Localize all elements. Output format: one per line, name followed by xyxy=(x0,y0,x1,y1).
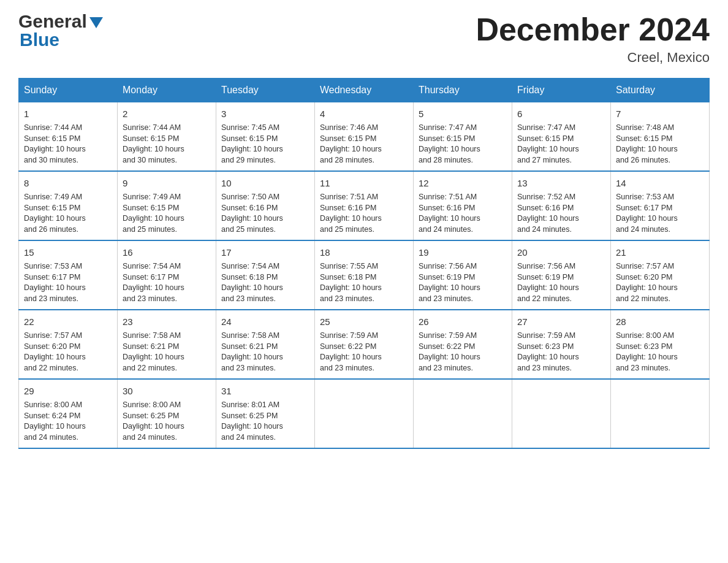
calendar-cell: 1Sunrise: 7:44 AM Sunset: 6:15 PM Daylig… xyxy=(19,102,118,172)
day-info: Sunrise: 7:59 AM Sunset: 6:22 PM Dayligh… xyxy=(320,331,408,373)
calendar-cell: 7Sunrise: 7:48 AM Sunset: 6:15 PM Daylig… xyxy=(611,102,710,172)
calendar: SundayMondayTuesdayWednesdayThursdayFrid… xyxy=(18,78,710,449)
day-number: 15 xyxy=(24,246,112,259)
day-number: 4 xyxy=(320,107,408,120)
calendar-cell: 25Sunrise: 7:59 AM Sunset: 6:22 PM Dayli… xyxy=(315,310,414,379)
day-number: 7 xyxy=(616,107,704,120)
calendar-cell xyxy=(414,379,512,448)
calendar-cell: 4Sunrise: 7:46 AM Sunset: 6:15 PM Daylig… xyxy=(315,102,414,172)
day-number: 31 xyxy=(221,385,309,397)
calendar-cell: 23Sunrise: 7:58 AM Sunset: 6:21 PM Dayli… xyxy=(118,310,216,379)
day-info: Sunrise: 7:57 AM Sunset: 6:20 PM Dayligh… xyxy=(24,331,112,373)
day-number: 3 xyxy=(221,107,309,120)
calendar-week-1: 1Sunrise: 7:44 AM Sunset: 6:15 PM Daylig… xyxy=(19,102,710,172)
calendar-cell: 15Sunrise: 7:53 AM Sunset: 6:17 PM Dayli… xyxy=(19,240,118,310)
calendar-cell: 11Sunrise: 7:51 AM Sunset: 6:16 PM Dayli… xyxy=(315,171,414,240)
calendar-week-3: 15Sunrise: 7:53 AM Sunset: 6:17 PM Dayli… xyxy=(19,240,710,310)
day-info: Sunrise: 7:44 AM Sunset: 6:15 PM Dayligh… xyxy=(123,123,211,166)
calendar-cell: 22Sunrise: 7:57 AM Sunset: 6:20 PM Dayli… xyxy=(19,310,118,379)
day-info: Sunrise: 7:47 AM Sunset: 6:15 PM Dayligh… xyxy=(517,123,605,166)
calendar-cell: 16Sunrise: 7:54 AM Sunset: 6:17 PM Dayli… xyxy=(118,240,216,310)
calendar-cell: 26Sunrise: 7:59 AM Sunset: 6:22 PM Dayli… xyxy=(414,310,512,379)
day-number: 17 xyxy=(221,246,309,259)
day-info: Sunrise: 7:53 AM Sunset: 6:17 PM Dayligh… xyxy=(24,261,112,304)
calendar-week-5: 29Sunrise: 8:00 AM Sunset: 6:24 PM Dayli… xyxy=(19,379,710,448)
calendar-cell: 21Sunrise: 7:57 AM Sunset: 6:20 PM Dayli… xyxy=(611,240,710,310)
day-number: 10 xyxy=(221,177,309,190)
day-info: Sunrise: 7:58 AM Sunset: 6:21 PM Dayligh… xyxy=(221,331,309,373)
day-number: 25 xyxy=(320,315,408,328)
day-info: Sunrise: 7:59 AM Sunset: 6:22 PM Dayligh… xyxy=(419,331,507,373)
logo: General Blue xyxy=(18,12,103,49)
day-info: Sunrise: 7:52 AM Sunset: 6:16 PM Dayligh… xyxy=(517,192,605,235)
calendar-cell: 20Sunrise: 7:56 AM Sunset: 6:19 PM Dayli… xyxy=(512,240,611,310)
calendar-cell: 19Sunrise: 7:56 AM Sunset: 6:19 PM Dayli… xyxy=(414,240,512,310)
calendar-cell: 30Sunrise: 8:00 AM Sunset: 6:25 PM Dayli… xyxy=(118,379,216,448)
day-info: Sunrise: 7:49 AM Sunset: 6:15 PM Dayligh… xyxy=(24,192,112,235)
day-info: Sunrise: 7:56 AM Sunset: 6:19 PM Dayligh… xyxy=(517,261,605,304)
day-info: Sunrise: 7:51 AM Sunset: 6:16 PM Dayligh… xyxy=(320,192,408,235)
calendar-week-2: 8Sunrise: 7:49 AM Sunset: 6:15 PM Daylig… xyxy=(19,171,710,240)
day-info: Sunrise: 8:00 AM Sunset: 6:24 PM Dayligh… xyxy=(24,400,112,443)
day-info: Sunrise: 7:54 AM Sunset: 6:17 PM Dayligh… xyxy=(123,261,211,304)
day-info: Sunrise: 7:48 AM Sunset: 6:15 PM Dayligh… xyxy=(616,123,704,166)
day-info: Sunrise: 7:50 AM Sunset: 6:16 PM Dayligh… xyxy=(221,192,309,235)
day-number: 6 xyxy=(517,107,605,120)
calendar-header-tuesday: Tuesday xyxy=(216,79,315,102)
calendar-cell: 12Sunrise: 7:51 AM Sunset: 6:16 PM Dayli… xyxy=(414,171,512,240)
calendar-cell: 18Sunrise: 7:55 AM Sunset: 6:18 PM Dayli… xyxy=(315,240,414,310)
logo-triangle-icon xyxy=(89,17,103,28)
logo-blue-text: Blue xyxy=(20,31,103,49)
day-number: 5 xyxy=(419,107,507,120)
calendar-week-4: 22Sunrise: 7:57 AM Sunset: 6:20 PM Dayli… xyxy=(19,310,710,379)
day-number: 26 xyxy=(419,315,507,328)
day-number: 11 xyxy=(320,177,408,190)
calendar-cell xyxy=(315,379,414,448)
day-number: 29 xyxy=(24,385,112,397)
day-info: Sunrise: 7:58 AM Sunset: 6:21 PM Dayligh… xyxy=(123,331,211,373)
calendar-cell: 28Sunrise: 8:00 AM Sunset: 6:23 PM Dayli… xyxy=(611,310,710,379)
calendar-cell xyxy=(512,379,611,448)
day-number: 1 xyxy=(24,107,112,120)
day-number: 27 xyxy=(517,315,605,328)
calendar-cell: 17Sunrise: 7:54 AM Sunset: 6:18 PM Dayli… xyxy=(216,240,315,310)
calendar-header-monday: Monday xyxy=(118,79,216,102)
calendar-cell: 27Sunrise: 7:59 AM Sunset: 6:23 PM Dayli… xyxy=(512,310,611,379)
day-number: 24 xyxy=(221,315,309,328)
day-info: Sunrise: 8:01 AM Sunset: 6:25 PM Dayligh… xyxy=(221,400,309,443)
day-number: 8 xyxy=(24,177,112,190)
calendar-cell: 9Sunrise: 7:49 AM Sunset: 6:15 PM Daylig… xyxy=(118,171,216,240)
day-number: 30 xyxy=(123,385,211,397)
calendar-header: SundayMondayTuesdayWednesdayThursdayFrid… xyxy=(19,79,710,102)
day-info: Sunrise: 8:00 AM Sunset: 6:25 PM Dayligh… xyxy=(123,400,211,443)
location: Creel, Mexico xyxy=(476,50,710,66)
day-info: Sunrise: 7:54 AM Sunset: 6:18 PM Dayligh… xyxy=(221,261,309,304)
day-info: Sunrise: 7:47 AM Sunset: 6:15 PM Dayligh… xyxy=(419,123,507,166)
title-area: December 2024 Creel, Mexico xyxy=(476,12,710,66)
day-number: 2 xyxy=(123,107,211,120)
day-info: Sunrise: 7:53 AM Sunset: 6:17 PM Dayligh… xyxy=(616,192,704,235)
calendar-cell: 3Sunrise: 7:45 AM Sunset: 6:15 PM Daylig… xyxy=(216,102,315,172)
day-info: Sunrise: 7:56 AM Sunset: 6:19 PM Dayligh… xyxy=(419,261,507,304)
day-info: Sunrise: 7:55 AM Sunset: 6:18 PM Dayligh… xyxy=(320,261,408,304)
calendar-cell: 5Sunrise: 7:47 AM Sunset: 6:15 PM Daylig… xyxy=(414,102,512,172)
day-number: 19 xyxy=(419,246,507,259)
day-info: Sunrise: 7:51 AM Sunset: 6:16 PM Dayligh… xyxy=(419,192,507,235)
calendar-cell: 31Sunrise: 8:01 AM Sunset: 6:25 PM Dayli… xyxy=(216,379,315,448)
day-info: Sunrise: 7:49 AM Sunset: 6:15 PM Dayligh… xyxy=(123,192,211,235)
day-number: 28 xyxy=(616,315,704,328)
day-info: Sunrise: 7:59 AM Sunset: 6:23 PM Dayligh… xyxy=(517,331,605,373)
day-number: 22 xyxy=(24,315,112,328)
logo-general-text: General xyxy=(18,12,87,31)
calendar-header-wednesday: Wednesday xyxy=(315,79,414,102)
calendar-header-saturday: Saturday xyxy=(611,79,710,102)
calendar-header-thursday: Thursday xyxy=(414,79,512,102)
day-number: 13 xyxy=(517,177,605,190)
day-info: Sunrise: 7:44 AM Sunset: 6:15 PM Dayligh… xyxy=(24,123,112,166)
calendar-cell: 24Sunrise: 7:58 AM Sunset: 6:21 PM Dayli… xyxy=(216,310,315,379)
calendar-header-friday: Friday xyxy=(512,79,611,102)
calendar-cell: 13Sunrise: 7:52 AM Sunset: 6:16 PM Dayli… xyxy=(512,171,611,240)
calendar-cell: 29Sunrise: 8:00 AM Sunset: 6:24 PM Dayli… xyxy=(19,379,118,448)
month-title: December 2024 xyxy=(476,12,710,47)
day-number: 16 xyxy=(123,246,211,259)
